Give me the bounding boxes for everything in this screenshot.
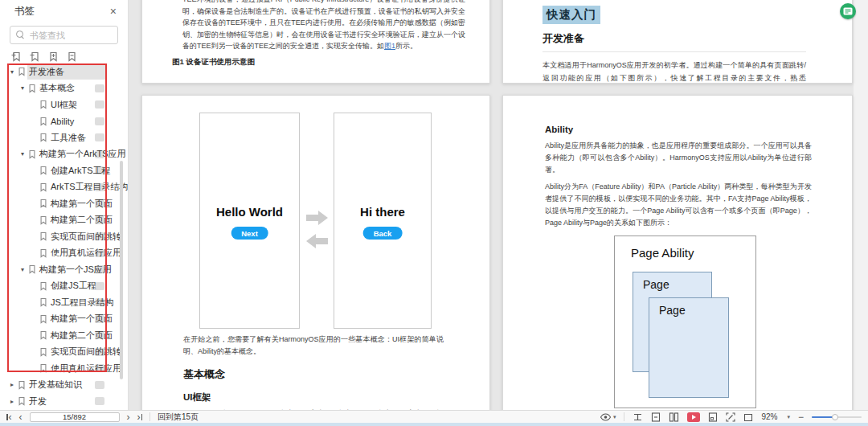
bookmark-item[interactable]: 创建ArkTS工程 <box>0 162 128 179</box>
zoom-slider[interactable] <box>812 413 862 421</box>
fit-width-icon[interactable] <box>633 412 643 422</box>
page-navigation: ‹ ‹ › › 回到第15页 <box>0 412 199 423</box>
bookmark-icon <box>39 248 47 258</box>
bookmark-label: JS工程目录结构 <box>51 297 114 309</box>
bookmark-item[interactable]: 工具准备 <box>0 129 128 146</box>
sidebar-scrollbar[interactable] <box>120 161 123 379</box>
bookmark-icon <box>39 215 47 225</box>
next-page-button[interactable]: › <box>127 413 130 421</box>
translate-widget-button[interactable] <box>840 3 856 19</box>
bookmark-icon <box>18 67 26 76</box>
bookmark-item[interactable]: ▸ 开发 <box>0 393 128 410</box>
back-to-page-button[interactable]: 回到第15页 <box>158 412 199 423</box>
fit-selection-icon[interactable] <box>726 412 735 422</box>
bookmark-label: 开发 <box>29 395 47 408</box>
figure1-link[interactable]: 图1 <box>384 42 395 50</box>
last-page-button[interactable]: › <box>137 413 143 421</box>
zoom-out-button[interactable]: − <box>798 413 804 421</box>
expand-all-icon[interactable] <box>10 50 23 63</box>
bookmark-item[interactable]: 实现页面间的跳转 <box>0 228 128 245</box>
bookmark-icon <box>39 281 47 291</box>
page-number-input[interactable] <box>30 412 120 422</box>
hello-world-text: Hello World <box>200 205 299 219</box>
caret-down-icon[interactable]: ▾ <box>18 150 27 158</box>
view-controls: ▾ 92% ▾ − <box>600 412 868 422</box>
bookmark-icon <box>39 297 47 307</box>
presentation-mode-button[interactable] <box>687 412 700 422</box>
caret-down-icon[interactable]: ▾ <box>18 84 27 92</box>
page-box-front: Page <box>649 297 729 398</box>
bookmark-icon <box>18 396 26 406</box>
add-bookmark-icon[interactable] <box>47 50 59 63</box>
bookmark-label: 构建第二个页面 <box>51 330 113 342</box>
bookmark-item[interactable]: ▾ 开发准备 <box>0 63 128 80</box>
bookmark-label: 创建JS工程 <box>51 280 96 292</box>
bookmark-icon <box>39 133 47 142</box>
close-icon[interactable]: × <box>110 6 117 17</box>
delete-bookmark-icon[interactable] <box>65 50 78 63</box>
bookmark-item[interactable]: 使用真机运行应用 <box>0 360 128 377</box>
bookmark-label: 实现页面间的跳转 <box>51 346 121 358</box>
bookmark-label: 实现页面间的跳转 <box>51 231 121 243</box>
bookmark-icon <box>39 314 47 324</box>
bookmark-icon <box>39 330 47 340</box>
zoom-level-label[interactable]: 92% <box>761 412 777 421</box>
actual-size-icon[interactable] <box>708 412 718 422</box>
bookmark-icon <box>39 100 47 109</box>
bookmark-search-box[interactable] <box>10 26 118 44</box>
bookmark-item[interactable]: 构建第一个页面 <box>0 195 128 212</box>
bookmark-search-input[interactable] <box>30 31 112 40</box>
two-page-view-icon[interactable] <box>669 412 679 422</box>
vertical-scrollbar-track[interactable] <box>854 0 868 410</box>
caret-down-icon[interactable]: ▾ <box>787 414 790 420</box>
bookmark-label: 创建ArkTS工程 <box>51 165 111 177</box>
collapse-all-icon[interactable] <box>28 50 41 63</box>
bookmark-icon <box>39 166 47 175</box>
bookmark-icon <box>28 150 36 159</box>
bookmark-item[interactable]: ArkTS工程目录结构 <box>0 179 128 196</box>
bookmarks-title: 书签 <box>14 5 35 18</box>
bookmark-label: 使用真机运行应用 <box>51 247 121 259</box>
bookmark-item[interactable]: 构建第二个页面 <box>0 327 128 344</box>
bookmark-item[interactable]: JS工程目录结构 <box>0 294 128 311</box>
bookmark-label: 构建第二个页面 <box>51 214 113 226</box>
pdf-page-right-bottom: Ability Ability是应用所具备能力的抽象，也是应用程序的重要组成部分… <box>502 95 853 426</box>
bookmark-item[interactable]: ▾ 基本概念 <box>0 80 128 97</box>
bookmark-item[interactable]: 创建JS工程 <box>0 278 128 295</box>
bookmark-item[interactable]: 构建第二个页面 <box>0 212 128 229</box>
caret-down-icon[interactable]: ▾ <box>8 68 16 76</box>
single-page-view-icon[interactable] <box>651 412 661 422</box>
bookmark-icon <box>28 84 36 93</box>
search-icon <box>16 31 25 39</box>
caret-down-icon[interactable]: ▾ <box>18 266 27 273</box>
paragraph-end: 所示。 <box>395 42 417 50</box>
bookmark-item[interactable]: ▸ 开发基础知识 <box>0 377 128 394</box>
first-page-button[interactable]: ‹ <box>6 413 12 421</box>
section-heading: 基本概念 <box>183 367 225 382</box>
hi-there-screen-mockup: Hi there Back <box>334 113 432 329</box>
caret-right-icon[interactable]: ▸ <box>8 381 16 388</box>
bookmark-item[interactable]: UI框架 <box>0 96 128 113</box>
previous-page-button[interactable]: ‹ <box>19 413 23 421</box>
subsection-heading: UI框架 <box>183 391 211 403</box>
zoom-slider-thumb[interactable] <box>832 414 838 420</box>
arrow-left-icon <box>305 234 329 248</box>
bookmark-label: 构建第一个页面 <box>51 198 113 210</box>
caret-right-icon[interactable]: ▸ <box>8 398 16 405</box>
bookmark-item[interactable]: 实现页面间的跳转 <box>0 344 128 361</box>
bookmark-icon <box>39 182 47 192</box>
document-area: TEE环境的设备，通过预置PKI（Public Key Infrastructu… <box>129 0 868 410</box>
next-button: Next <box>231 227 268 240</box>
bookmark-item[interactable]: ▾ 构建第一个JS应用 <box>0 261 128 278</box>
hi-there-text: Hi there <box>334 205 431 219</box>
bookmark-item[interactable]: 构建第一个页面 <box>0 311 128 328</box>
fit-visible-icon[interactable] <box>743 412 753 422</box>
bookmark-item[interactable]: Ability <box>0 113 128 130</box>
bookmark-toolbar <box>0 44 128 63</box>
bookmark-item[interactable]: ▾ 构建第一个ArkTS应用 <box>0 146 128 163</box>
view-mode-dropdown[interactable]: ▾ <box>600 413 616 421</box>
figure-caption: 图1 设备证书使用示意图 <box>172 57 465 68</box>
bookmark-label: Ability <box>51 117 74 126</box>
body-paragraph: Ability分为FA（Feature Ability）和PA（Particle… <box>545 181 812 228</box>
bookmark-item[interactable]: 使用真机运行应用 <box>0 245 128 262</box>
